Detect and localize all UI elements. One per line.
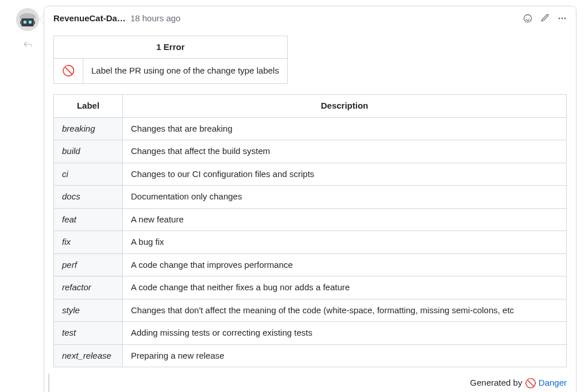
svg-point-11 (564, 18, 566, 20)
table-row: fixA bug fix (54, 231, 567, 254)
table-row: buildChanges that affect the build syste… (54, 140, 567, 163)
label-cell: ci (54, 163, 123, 186)
description-cell: Documentation only changes (123, 186, 567, 209)
comment-box: RevenueCat-Da… 18 hours ago (44, 6, 577, 392)
no-entry-icon: 🚫 (525, 378, 536, 388)
danger-footer: Generated by 🚫 Danger (53, 367, 567, 390)
description-cell: Preparing a new release (123, 344, 567, 367)
label-cell: fix (54, 231, 123, 254)
error-table: 1 Error 🚫 Label the PR using one of the … (53, 36, 288, 84)
comment-timestamp[interactable]: 18 hours ago (130, 12, 181, 25)
labels-table: Label Description breakingChanges that a… (53, 94, 567, 367)
danger-link[interactable]: Danger (539, 378, 567, 387)
table-row: featA new feature (54, 208, 567, 231)
table-row: next_releasePreparing a new release (54, 344, 567, 367)
edit-button[interactable] (540, 14, 550, 23)
kebab-menu-button[interactable] (558, 14, 567, 23)
label-cell: next_release (54, 344, 123, 367)
svg-point-7 (526, 17, 527, 18)
description-cell: Changes that affect the build system (123, 140, 567, 163)
labels-header-label: Label (54, 95, 123, 118)
label-cell: test (54, 322, 123, 345)
table-row: perfA code change that improves performa… (54, 253, 567, 276)
svg-point-6 (524, 15, 532, 22)
description-cell: Adding missing tests or correcting exist… (123, 322, 567, 345)
labels-header-description: Description (123, 95, 567, 118)
label-cell: perf (54, 253, 123, 276)
label-cell: style (54, 299, 123, 322)
description-cell: A code change that improves performance (123, 253, 567, 276)
comment-body: 1 Error 🚫 Label the PR using one of the … (44, 31, 576, 393)
label-cell: build (54, 140, 123, 163)
comment-author[interactable]: RevenueCat-Da… (53, 12, 126, 25)
table-row: styleChanges that don't affect the meani… (54, 299, 567, 322)
table-row: ciChanges to our CI configuration files … (54, 163, 567, 186)
table-row: testAdding missing tests or correcting e… (54, 322, 567, 345)
comment-header: RevenueCat-Da… 18 hours ago (44, 6, 576, 31)
table-row: breakingChanges that are breaking (54, 117, 567, 140)
description-cell: A new feature (123, 208, 567, 231)
error-message: Label the PR using one of the change typ… (83, 59, 288, 84)
description-cell: Changes that don't affect the meaning of… (123, 299, 567, 322)
footer-prefix: Generated by (470, 378, 523, 387)
description-cell: Changes to our CI configuration files an… (123, 163, 567, 186)
error-table-header: 1 Error (54, 36, 288, 59)
svg-rect-2 (24, 21, 26, 24)
svg-point-9 (559, 18, 560, 20)
svg-point-10 (562, 18, 563, 20)
label-cell: feat (54, 208, 123, 231)
label-cell: refactor (54, 276, 123, 299)
table-row: refactorA code change that neither fixes… (54, 276, 567, 299)
svg-rect-1 (21, 18, 34, 26)
svg-rect-5 (33, 21, 35, 24)
label-cell: docs (54, 186, 123, 209)
author-avatar[interactable] (16, 8, 39, 31)
emoji-reaction-button[interactable] (523, 14, 532, 23)
reply-arrow-icon (22, 39, 33, 53)
no-entry-icon: 🚫 (62, 65, 75, 76)
description-cell: A code change that neither fixes a bug n… (123, 276, 567, 299)
svg-rect-4 (20, 21, 22, 24)
timeline-line (48, 374, 49, 392)
table-row: docsDocumentation only changes (54, 186, 567, 209)
description-cell: Changes that are breaking (123, 117, 567, 140)
label-cell: breaking (54, 117, 123, 140)
svg-point-8 (529, 17, 529, 18)
error-row: 🚫 Label the PR using one of the change t… (54, 59, 288, 84)
description-cell: A bug fix (123, 231, 567, 254)
svg-rect-3 (29, 21, 32, 24)
